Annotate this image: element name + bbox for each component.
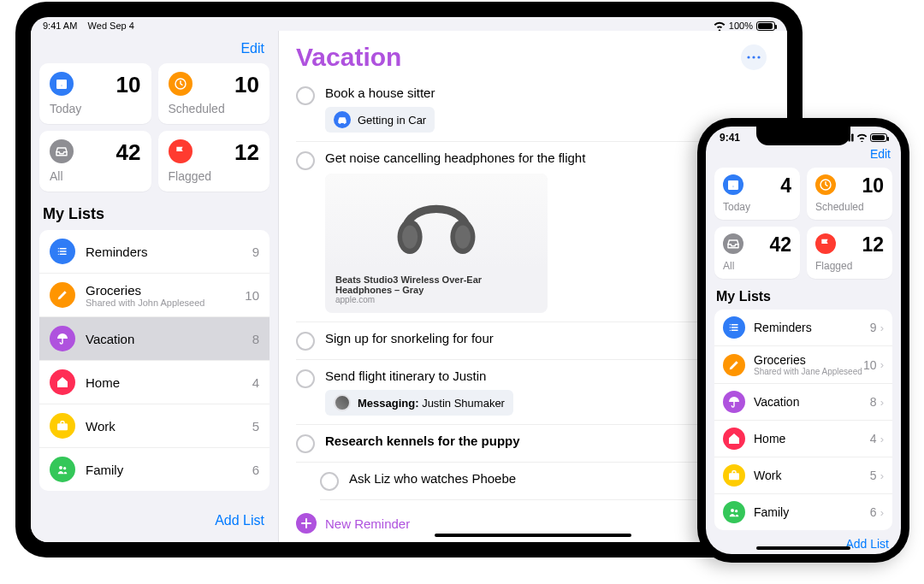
svg-point-13: [747, 56, 749, 58]
link-preview[interactable]: Beats Studio3 Wireless Over-Ear Headphon…: [325, 174, 548, 313]
umbrella-icon: [723, 391, 745, 413]
svg-point-21: [455, 225, 471, 248]
ph-add-list-button[interactable]: Add List: [845, 537, 889, 551]
ph-smart-card-all[interactable]: 42 All: [714, 227, 800, 279]
list-row-reminders[interactable]: Reminders 9: [39, 230, 270, 274]
smart-card-all[interactable]: 42 All: [39, 131, 151, 192]
ph-smart-card-flagged[interactable]: 12 Flagged: [807, 227, 892, 279]
headphones-image: [325, 174, 548, 268]
smart-label: Scheduled: [169, 102, 260, 115]
flag-icon: [169, 139, 192, 163]
smart-label: Flagged: [169, 169, 260, 183]
ph-smart-card-scheduled[interactable]: 10 Scheduled: [807, 168, 892, 220]
list-name: Groceries: [86, 283, 245, 298]
list-count: 5: [252, 419, 259, 434]
svg-rect-27: [728, 180, 738, 183]
list-sub: Shared with John Appleseed: [86, 298, 245, 308]
svg-point-14: [752, 56, 755, 58]
calendar-icon: [50, 72, 74, 96]
avatar: [334, 394, 351, 411]
car-icon: [334, 111, 351, 128]
svg-point-34: [730, 327, 731, 327]
list-count: 6: [252, 463, 259, 477]
home-indicator[interactable]: [435, 534, 631, 537]
svg-rect-24: [848, 136, 850, 142]
list-name: Home: [86, 375, 252, 390]
ph-status-right: [842, 132, 887, 144]
ph-list-row-groceries[interactable]: Groceries Shared with Jane Appleseed 10 …: [714, 346, 892, 384]
more-button[interactable]: [741, 44, 767, 70]
ph-list-row-reminders[interactable]: Reminders 9 ›: [714, 310, 892, 346]
ph-list-row-work[interactable]: Work 5 ›: [714, 457, 892, 494]
chevron-right-icon: ›: [880, 321, 884, 334]
svg-point-15: [757, 56, 760, 58]
ph-list-row-home[interactable]: Home 4 ›: [714, 421, 892, 457]
ipad-statusbar: 9:41 AM Wed Sep 4 100%: [31, 17, 787, 31]
svg-point-7: [58, 248, 59, 249]
svg-point-16: [339, 122, 341, 124]
list-row-family[interactable]: Family 6: [39, 448, 270, 491]
ph-list-row-family[interactable]: Family 6 ›: [714, 494, 892, 530]
smart-card-flagged[interactable]: 12 Flagged: [158, 131, 270, 192]
smart-count: 10: [116, 72, 141, 98]
status-time: 9:41 AM: [43, 21, 77, 31]
ph-edit-button[interactable]: Edit: [870, 147, 891, 161]
ph-list-row-vacation[interactable]: Vacation 8 ›: [714, 384, 892, 421]
inbox-icon: [723, 233, 743, 254]
completion-circle[interactable]: [320, 472, 339, 491]
svg-point-17: [344, 122, 346, 124]
reminder-row[interactable]: Book a house sitter Getting in Car: [296, 77, 770, 142]
svg-rect-23: [845, 138, 847, 142]
reminder-title: Book a house sitter: [325, 86, 770, 100]
chevron-right-icon: ›: [880, 469, 884, 482]
location-tag[interactable]: Getting in Car: [325, 107, 435, 133]
chevron-right-icon: ›: [880, 396, 884, 409]
svg-point-8: [58, 251, 59, 251]
completion-circle[interactable]: [296, 434, 315, 453]
umbrella-icon: [50, 326, 75, 351]
cellular-icon: [842, 133, 854, 142]
list-row-vacation[interactable]: Vacation 8: [39, 317, 270, 361]
list-row-home[interactable]: Home 4: [39, 361, 270, 404]
calendar-icon: [723, 174, 743, 195]
completion-circle[interactable]: [296, 86, 315, 105]
svg-rect-25: [851, 133, 853, 141]
contact-tag[interactable]: Messaging: Justin Shumaker: [325, 390, 513, 416]
people-icon: [50, 457, 75, 482]
svg-rect-1: [56, 80, 67, 82]
home-icon: [50, 369, 75, 395]
completion-circle[interactable]: [296, 369, 315, 388]
ipad-screen: 9:41 AM Wed Sep 4 100% Edit: [31, 17, 787, 542]
wifi-icon: [856, 133, 868, 142]
svg-point-33: [730, 324, 731, 325]
pencil-icon: [723, 354, 745, 376]
edit-button[interactable]: Edit: [240, 41, 264, 56]
svg-point-12: [63, 467, 66, 469]
add-list-button[interactable]: Add List: [215, 513, 264, 528]
svg-point-38: [735, 510, 737, 512]
plus-icon: [296, 513, 317, 534]
chevron-right-icon: ›: [880, 433, 884, 445]
completion-circle[interactable]: [296, 332, 315, 351]
svg-rect-36: [729, 473, 739, 480]
chevron-right-icon: ›: [880, 358, 884, 371]
smart-label: Today: [50, 102, 141, 115]
ph-smart-card-today[interactable]: 4 Today: [714, 168, 800, 220]
list-row-work[interactable]: Work 5: [39, 404, 270, 448]
completion-circle[interactable]: [296, 151, 315, 170]
smart-card-today[interactable]: 10 Today: [39, 63, 151, 124]
inbox-icon: [50, 139, 74, 163]
iphone-statusbar: 9:41: [706, 127, 901, 144]
smart-card-scheduled[interactable]: 10 Scheduled: [158, 63, 270, 124]
people-icon: [723, 501, 745, 523]
list-row-groceries[interactable]: Groceries Shared with John Appleseed 10: [39, 274, 270, 317]
briefcase-icon: [50, 413, 75, 439]
svg-point-20: [402, 225, 418, 248]
smart-count: 10: [234, 72, 259, 98]
sidebar: Edit 10 Today 10 Scheduled 42 All: [31, 31, 279, 542]
svg-point-9: [58, 254, 59, 255]
ipad-device: 9:41 AM Wed Sep 4 100% Edit: [15, 2, 803, 557]
list-count: 10: [245, 288, 259, 303]
ph-home-indicator[interactable]: [756, 546, 850, 550]
clock-icon: [815, 174, 836, 195]
